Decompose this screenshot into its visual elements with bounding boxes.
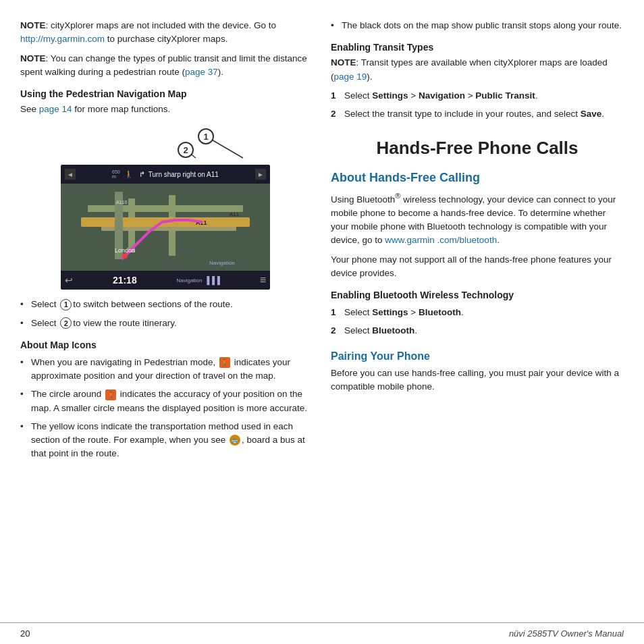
ped-nav-heading: Using the Pedestrian Navigation Map bbox=[20, 88, 311, 99]
map-ped-icon: 🚶 bbox=[124, 170, 134, 179]
bt-step-1: Select Settings > Bluetooth. bbox=[331, 306, 624, 319]
map-bottombar: ↩ 21:18 Navigation ▐▐▐ ≡ bbox=[61, 271, 270, 290]
bus-icon: 🚌 bbox=[230, 435, 240, 446]
map-icon-bullet-2: The circle around 🚶 indicates the accura… bbox=[20, 387, 311, 415]
note2-text: : You can change the types of public tra… bbox=[20, 53, 307, 77]
map-topbar: ◄ 650m 🚶 ↱ Turn sharp right on A11 ► bbox=[61, 165, 270, 184]
bt-bold-1: Bluetooth bbox=[419, 307, 461, 317]
map-nav-label: Navigation bbox=[177, 277, 203, 284]
navigation-bold: Navigation bbox=[419, 90, 465, 101]
bt-bold-2: Bluetooth bbox=[372, 325, 414, 336]
bt-settings-bold: Settings bbox=[372, 307, 408, 317]
transit-steps: Select Settings > Navigation > Public Tr… bbox=[331, 89, 624, 122]
bullet1-post: to switch between sections of the route. bbox=[73, 299, 232, 309]
note2-bold: NOTE bbox=[20, 53, 46, 63]
svg-text:A11: A11 bbox=[230, 211, 240, 217]
hands-free-heading: Hands-Free Phone Calls bbox=[331, 137, 624, 160]
map-container: 1 2 ◄ 650m 🚶 ↱ bbox=[61, 124, 270, 290]
pairing-text: Before you can use hands-free calling, y… bbox=[331, 367, 624, 394]
settings-bold: Settings bbox=[372, 90, 408, 101]
transit-types-heading: Enabling Transit Types bbox=[331, 42, 624, 53]
content-area: NOTE: cityXplorer maps are not included … bbox=[0, 0, 644, 622]
left-column: NOTE: cityXplorer maps are not included … bbox=[20, 19, 311, 616]
bullet-item-2: Select 2to view the route itinerary. bbox=[20, 317, 311, 330]
transit-note: NOTE: Transit types are available when c… bbox=[331, 56, 624, 84]
map-icon-bullet-1: When you are navigating in Pedestrian mo… bbox=[20, 356, 311, 383]
bullet2-post: to view the route itinerary. bbox=[73, 318, 177, 328]
map-instruction: Turn sharp right on A11 bbox=[149, 171, 219, 178]
about-hf-heading: About Hands-Free Calling bbox=[331, 171, 624, 185]
page-footer: 20 nüvi 2585TV Owner's Manual bbox=[0, 622, 644, 644]
transit-step-1: Select Settings > Navigation > Public Tr… bbox=[331, 89, 624, 103]
svg-text:Navigation: Navigation bbox=[209, 260, 235, 266]
ped-nav-text: See page 14 for more map functions. bbox=[20, 103, 311, 116]
circle-1: 1 bbox=[60, 299, 72, 311]
map-time: 21:18 bbox=[113, 275, 137, 286]
transit-note-text2: ). bbox=[367, 72, 372, 82]
svg-rect-8 bbox=[88, 205, 243, 212]
ped-nav-text2: for more map functions. bbox=[72, 104, 171, 114]
page14-link[interactable]: page 14 bbox=[39, 104, 72, 114]
map-back-icon[interactable]: ↩ bbox=[65, 275, 73, 286]
page19-link[interactable]: page 19 bbox=[334, 72, 367, 82]
bt-step-2: Select Bluetooth. bbox=[331, 324, 624, 338]
map-signal-icon: ▐▐▐ bbox=[204, 276, 219, 284]
svg-text:2: 2 bbox=[183, 145, 188, 155]
svg-text:A110: A110 bbox=[116, 200, 127, 205]
callout-svg: 1 2 bbox=[61, 124, 270, 165]
ped-icon-2: 🚶 bbox=[105, 390, 116, 400]
map-nav-bullets: Select 1to switch between sections of th… bbox=[20, 298, 311, 330]
registered-sup: ® bbox=[395, 192, 400, 200]
note1-paragraph: NOTE: cityXplorer maps are not included … bbox=[20, 19, 311, 47]
right-column: The black dots on the map show public tr… bbox=[331, 19, 624, 616]
about-hf-para2: Your phone may not support all of the ha… bbox=[331, 253, 624, 281]
right-top-bullet: The black dots on the map show public tr… bbox=[331, 19, 624, 32]
transit-note-bold: NOTE bbox=[331, 57, 356, 68]
map-image: ◄ 650m 🚶 ↱ Turn sharp right on A11 ► bbox=[61, 165, 270, 290]
map-menu-icon[interactable]: ≡ bbox=[260, 274, 266, 286]
map-icons-heading: About Map Icons bbox=[20, 340, 311, 350]
garmin-link[interactable]: http://my.garmin.com bbox=[20, 34, 105, 44]
ped-nav-text1: See bbox=[20, 104, 39, 114]
transit-step-2: Select the transit type to include in yo… bbox=[331, 107, 624, 121]
note1-text: : cityXplorer maps are not included with… bbox=[46, 20, 276, 30]
map-right-arrow[interactable]: ► bbox=[255, 169, 266, 180]
note2-text2: ). bbox=[218, 67, 223, 77]
ped-icon-1: 🚶 bbox=[219, 357, 230, 368]
svg-text:London: London bbox=[115, 247, 135, 254]
svg-point-18 bbox=[122, 253, 128, 259]
map-icon-bullet-3: The yellow icons indicate the transporta… bbox=[20, 420, 311, 461]
footer-page-num: 20 bbox=[20, 628, 30, 639]
footer-title: nüvi 2585TV Owner's Manual bbox=[509, 628, 624, 639]
about-hf-para: Using Bluetooth® wireless technology, yo… bbox=[331, 190, 624, 248]
page: NOTE: cityXplorer maps are not included … bbox=[0, 0, 644, 644]
map-icons-bullets: When you are navigating in Pedestrian mo… bbox=[20, 356, 311, 461]
note2-paragraph: NOTE: You can change the types of public… bbox=[20, 52, 311, 80]
bt-steps: Select Settings > Bluetooth. Select Blue… bbox=[331, 306, 624, 338]
map-distance: 650m bbox=[112, 169, 120, 179]
map-left-arrow[interactable]: ◄ bbox=[65, 169, 76, 180]
circle-2: 2 bbox=[60, 317, 72, 329]
bt-heading: Enabling Bluetooth Wireless Technology bbox=[331, 290, 624, 300]
bullet2-pre: Select bbox=[31, 318, 59, 328]
svg-text:1: 1 bbox=[203, 132, 208, 142]
bullet1-pre: Select bbox=[31, 299, 59, 309]
garmin-bt-link[interactable]: www.garmin .com/bluetooth bbox=[385, 235, 497, 245]
pairing-heading: Pairing Your Phone bbox=[331, 350, 624, 363]
note1-bold: NOTE bbox=[20, 20, 46, 30]
transit-stops-bullet: The black dots on the map show public tr… bbox=[331, 19, 624, 32]
map-turn-icon: ↱ bbox=[139, 170, 145, 179]
bullet-item-1: Select 1to switch between sections of th… bbox=[20, 298, 311, 311]
public-transit-bold: Public Transit bbox=[475, 90, 535, 101]
page37-link[interactable]: page 37 bbox=[185, 67, 218, 77]
note1-text2: to purchase cityXplorer maps. bbox=[105, 34, 227, 44]
save-bold: Save bbox=[581, 109, 602, 119]
